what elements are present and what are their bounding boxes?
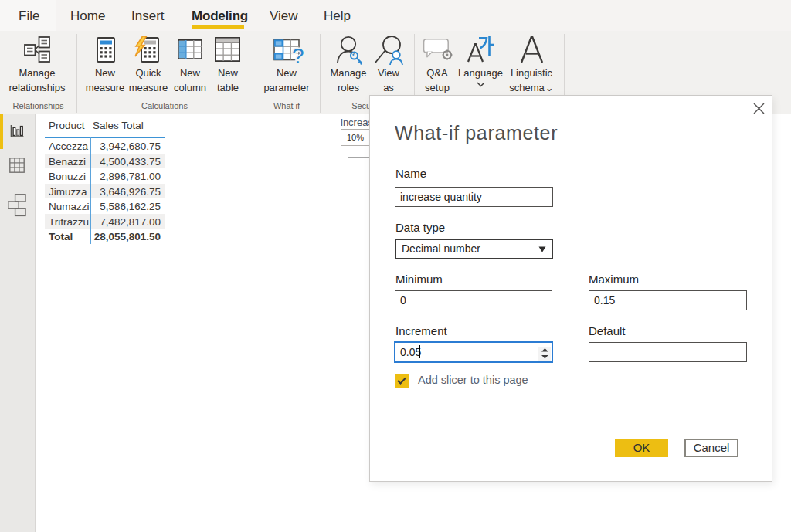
svg-text:?: ? <box>292 44 304 68</box>
